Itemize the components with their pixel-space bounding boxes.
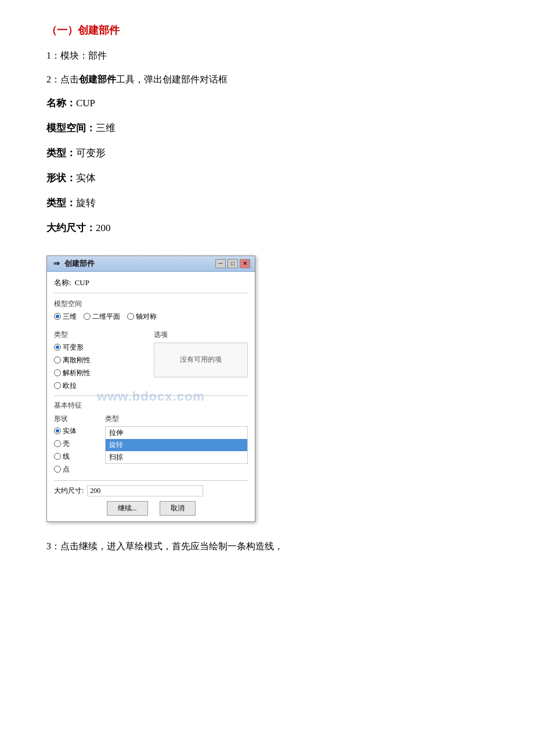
basic-two-col: 形状 实体 壳 线 点: [54, 414, 248, 474]
radio-discrete-circle: [54, 357, 61, 363]
radio-2d-label: 二维平面: [92, 312, 120, 322]
radio-analytic-circle: [54, 369, 61, 376]
radio-deform[interactable]: 可变形: [54, 343, 148, 352]
radio-solid-circle: [54, 427, 61, 434]
field-model-space-label: 模型空间：: [46, 123, 96, 134]
dialog-titlebar-left: ⇒ 创建部件: [52, 258, 95, 269]
radio-wire-label: 线: [63, 452, 70, 462]
radio-deform-circle: [54, 344, 61, 351]
dialog-title-text: 创建部件: [64, 258, 95, 269]
close-button[interactable]: ✕: [240, 259, 250, 268]
radio-wire-circle: [54, 453, 61, 460]
radio-2d[interactable]: 二维平面: [84, 312, 120, 322]
section-title: （一）创建部件: [46, 23, 488, 37]
type-col-left: 类型 可变形 离散刚性 解析刚性 欧拉: [54, 327, 148, 391]
radio-point-label: 点: [63, 465, 70, 474]
minimize-button[interactable]: ─: [215, 259, 226, 268]
field-size: 大约尺寸：200: [46, 220, 488, 237]
field-shape-label: 形状：: [46, 172, 76, 183]
radio-discrete-label: 离散刚性: [63, 355, 91, 365]
radio-shell-circle: [54, 440, 61, 447]
create-part-dialog: ⇒ 创建部件 ─ □ ✕ www.bdocx.com 名称: 模型空间: [46, 255, 255, 522]
cancel-button[interactable]: 取消: [160, 501, 196, 516]
field-model-space: 模型空间：三维: [46, 120, 488, 137]
options-col-right: 选项 没有可用的项: [154, 327, 248, 391]
dialog-titlebar-buttons: ─ □ ✕: [215, 259, 250, 268]
basic-section-label: 基本特征: [54, 401, 248, 411]
field-type2-label: 类型：: [46, 197, 76, 208]
radio-analytic[interactable]: 解析刚性: [54, 368, 148, 378]
radio-point-circle: [54, 466, 61, 473]
step2-line: 2：点击创建部件工具，弹出创建部件对话框: [46, 71, 488, 87]
dialog-btn-row: 继续... 取消: [54, 501, 248, 516]
shape-col-header: 形状: [54, 414, 100, 424]
type-list-item-stretch[interactable]: 拉伸: [106, 427, 247, 439]
dialog-wrapper: ⇒ 创建部件 ─ □ ✕ www.bdocx.com 名称: 模型空间: [46, 255, 255, 522]
field-shape: 形状：实体: [46, 170, 488, 187]
field-shape-value: 实体: [76, 172, 96, 183]
radio-3d-circle: [54, 313, 61, 320]
radio-3d-label: 三维: [63, 312, 77, 322]
radio-euler-label: 欧拉: [63, 381, 77, 391]
radio-deform-label: 可变形: [63, 343, 84, 352]
separator1: [54, 395, 248, 396]
radio-shell[interactable]: 壳: [54, 439, 100, 449]
name-input[interactable]: [75, 278, 248, 287]
continue-button[interactable]: 继续...: [107, 501, 148, 516]
step2-prefix: 2：点击: [46, 74, 79, 84]
step1-line: 1：模块：部件: [46, 48, 488, 63]
radio-axis-circle: [127, 313, 134, 320]
radio-3d[interactable]: 三维: [54, 312, 77, 322]
radio-wire[interactable]: 线: [54, 452, 100, 462]
step2-bold: 创建部件: [79, 74, 116, 84]
field-type2-value: 旋转: [76, 197, 96, 208]
dialog-title-icon: ⇒: [52, 259, 61, 268]
type-list: 拉伸 旋转 扫掠: [105, 426, 248, 464]
approx-input[interactable]: [87, 485, 203, 496]
no-options-box: 没有可用的项: [154, 343, 248, 377]
radio-euler[interactable]: 欧拉: [54, 381, 148, 391]
model-space-label: 模型空间: [54, 299, 248, 309]
field-size-value: 200: [96, 222, 111, 233]
maximize-button[interactable]: □: [228, 259, 238, 268]
type-col-header: 类型: [105, 414, 248, 424]
approx-label: 大约尺寸:: [54, 486, 84, 496]
type-options-row: 类型 可变形 离散刚性 解析刚性 欧拉: [54, 327, 248, 391]
field-model-space-value: 三维: [96, 123, 116, 134]
type-list-item-rotate[interactable]: 旋转: [106, 439, 247, 451]
model-space-radio-group: 三维 二维平面 轴对称: [54, 312, 248, 322]
field-name: 名称：CUP: [46, 95, 488, 112]
field-name-value: CUP: [76, 98, 95, 109]
radio-analytic-label: 解析刚性: [63, 368, 91, 378]
dialog-titlebar: ⇒ 创建部件 ─ □ ✕: [47, 256, 255, 272]
radio-2d-circle: [84, 313, 91, 320]
name-label: 名称:: [54, 278, 71, 288]
step3-line: 3：点击继续，进入草绘模式，首先应当绘制一条构造线，: [46, 538, 488, 554]
name-row: 名称:: [54, 278, 248, 293]
field-type1-value: 可变形: [76, 147, 106, 159]
radio-euler-circle: [54, 382, 61, 389]
radio-axis-label: 轴对称: [136, 312, 157, 322]
type-group-label: 类型: [54, 330, 148, 340]
step2-suffix: 工具，弹出创建部件对话框: [116, 74, 228, 84]
radio-axis[interactable]: 轴对称: [127, 312, 157, 322]
radio-solid[interactable]: 实体: [54, 426, 100, 436]
field-type1-label: 类型：: [46, 147, 76, 159]
options-group-label: 选项: [154, 330, 248, 340]
field-size-label: 大约尺寸：: [46, 222, 96, 233]
approx-row: 大约尺寸:: [54, 480, 248, 496]
dialog-body: www.bdocx.com 名称: 模型空间 三维 二维平面 轴: [47, 272, 255, 521]
radio-point[interactable]: 点: [54, 465, 100, 474]
radio-shell-label: 壳: [63, 439, 70, 449]
field-name-label: 名称：: [46, 98, 76, 109]
field-type1: 类型：可变形: [46, 145, 488, 162]
type-list-col: 类型 拉伸 旋转 扫掠: [105, 414, 248, 474]
field-type2: 类型：旋转: [46, 195, 488, 212]
type-list-item-sweep[interactable]: 扫掠: [106, 451, 247, 463]
radio-discrete[interactable]: 离散刚性: [54, 355, 148, 365]
radio-solid-label: 实体: [63, 426, 77, 436]
shape-col: 形状 实体 壳 线 点: [54, 414, 100, 474]
